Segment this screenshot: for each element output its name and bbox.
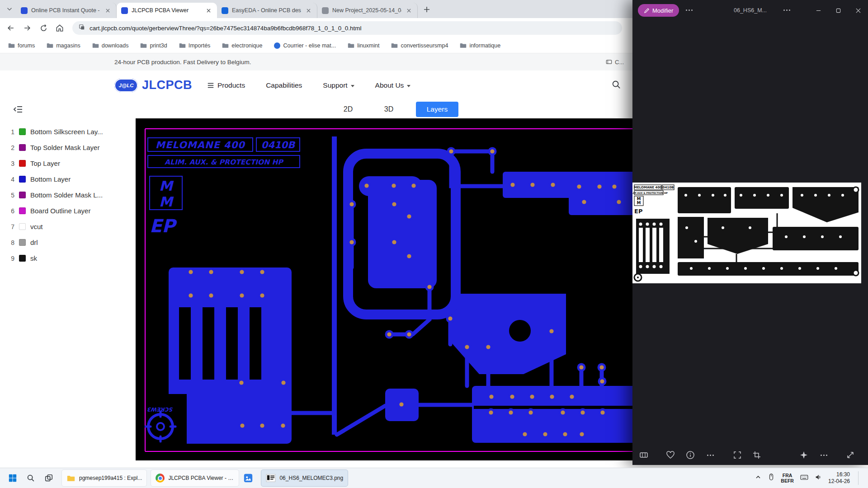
- language-indicator[interactable]: FRA BEFR: [781, 473, 794, 483]
- tab-favicon: [21, 7, 28, 14]
- svg-text:0410B: 0410B: [663, 186, 674, 189]
- filmstrip-icon[interactable]: [637, 448, 651, 462]
- layer-row-board-outline[interactable]: 6 Board Outline Layer: [0, 203, 136, 219]
- bookmark-magasins[interactable]: magasins: [47, 42, 80, 49]
- more-options-icon[interactable]: [703, 448, 717, 462]
- maximize-button[interactable]: [828, 0, 848, 21]
- banner-right-link[interactable]: C...: [606, 59, 624, 66]
- tray-chevron-up-icon[interactable]: [755, 474, 762, 483]
- taskbar-app-explorer[interactable]: pgmesep199a415 : Expl...: [61, 469, 147, 487]
- more-options-icon[interactable]: [783, 9, 790, 11]
- fullscreen-icon[interactable]: [844, 448, 857, 462]
- touch-keyboard-icon[interactable]: [800, 474, 808, 482]
- layer-row-top-solder-mask[interactable]: 2 Top Solder Mask Layer: [0, 140, 136, 155]
- zoom-fit-icon[interactable]: [731, 448, 744, 462]
- search-icon[interactable]: [611, 80, 621, 91]
- taskbar-search-icon[interactable]: [22, 469, 40, 487]
- bookmark-label: magasins: [56, 42, 80, 49]
- bookmark-informatique[interactable]: informatique: [460, 42, 500, 49]
- layer-number: 6: [7, 207, 14, 215]
- bookmark-forums[interactable]: forums: [8, 42, 35, 49]
- tab-layers-active[interactable]: Layers: [416, 102, 458, 117]
- minimize-button[interactable]: [808, 0, 828, 21]
- tab-search-chevron-icon[interactable]: [4, 3, 15, 15]
- taskbar-clock[interactable]: 16:30 12-04-26: [828, 471, 850, 485]
- url-bar[interactable]: cart.jlcpcb.com/quote/gerberviewThree/?q…: [72, 21, 622, 35]
- tab-2d[interactable]: 2D: [335, 105, 362, 113]
- svg-text:EP: EP: [150, 216, 177, 236]
- chrome-icon: [156, 474, 165, 483]
- reload-button[interactable]: [36, 21, 51, 35]
- chevron-down-icon: [351, 85, 354, 87]
- new-tab-button[interactable]: [420, 3, 433, 16]
- pencil-icon: [644, 8, 650, 14]
- collapse-sidebar-icon[interactable]: [13, 104, 24, 117]
- bookmark-label: forums: [18, 42, 35, 49]
- tab-3d[interactable]: 3D: [375, 105, 402, 113]
- layer-row-bottom-silkscreen[interactable]: 1 Bottom Silkscreen Lay...: [0, 124, 136, 140]
- tab-close-icon[interactable]: [305, 7, 312, 14]
- tab-title: EasyEDA - Online PCB design &: [232, 7, 301, 14]
- show-desktop-strip[interactable]: [858, 471, 860, 485]
- bookmark-label: electronique: [231, 42, 262, 49]
- language-code: FRA: [781, 473, 794, 478]
- layer-row-drl[interactable]: 8 drl: [0, 235, 136, 250]
- jlcpcb-logo[interactable]: J@LC JLCPCB: [114, 78, 192, 92]
- task-view-icon[interactable]: [40, 469, 58, 487]
- bookmark-importes[interactable]: Importés: [179, 42, 211, 49]
- layer-row-sk[interactable]: 9 sk: [0, 250, 136, 266]
- nav-capabilities[interactable]: Capabilities: [266, 81, 302, 89]
- browser-tab-pcba-viewer[interactable]: JLCPCB PCBA Viewer: [117, 3, 217, 18]
- tab-title: Online PCB Instant Quote - JLC: [31, 7, 100, 14]
- tray-mouse-icon[interactable]: [768, 473, 774, 483]
- more-options-icon[interactable]: [817, 448, 830, 462]
- photo-image[interactable]: MELOMANE 400 0410B ALIM AUX & PROTECTION…: [632, 183, 861, 283]
- back-button[interactable]: [4, 21, 18, 35]
- pinned-app-icon-blue[interactable]: [239, 469, 257, 487]
- nav-about-us[interactable]: About Us: [375, 81, 411, 89]
- layer-row-vcut[interactable]: 7 vcut: [0, 219, 136, 235]
- thumb-left-block: [634, 219, 670, 281]
- browser-tab-quote[interactable]: Online PCB Instant Quote - JLC: [16, 3, 117, 18]
- bookmark-courrier[interactable]: Courrier - elise mat...: [274, 42, 336, 49]
- home-button[interactable]: [52, 21, 67, 35]
- edit-button[interactable]: Modifier: [638, 4, 679, 17]
- bookmark-label: print3d: [150, 42, 167, 49]
- folder-icon: [66, 474, 75, 482]
- browser-tab-new-project[interactable]: New Project_2025-05-14_04-04: [317, 3, 418, 18]
- bookmark-convertisseurs[interactable]: convertisseursmp4: [391, 42, 448, 49]
- bookmark-print3d[interactable]: print3d: [140, 42, 167, 49]
- taskbar-app-label: pgmesep199a415 : Expl...: [79, 475, 142, 481]
- tab-close-icon[interactable]: [104, 7, 112, 14]
- start-button[interactable]: [4, 469, 22, 487]
- bookmark-downloads[interactable]: downloads: [92, 42, 129, 49]
- favorite-icon[interactable]: [664, 448, 677, 462]
- forward-button[interactable]: [20, 21, 34, 35]
- nav-products[interactable]: Products: [207, 81, 245, 89]
- site-info-icon[interactable]: [79, 24, 85, 32]
- nav-support[interactable]: Support: [323, 81, 354, 89]
- crop-icon[interactable]: [750, 448, 764, 462]
- info-icon[interactable]: [684, 448, 697, 462]
- bookmark-linuxmint[interactable]: linuxmint: [348, 42, 379, 49]
- layer-row-bottom-layer[interactable]: 4 Bottom Layer: [0, 171, 136, 187]
- taskbar-app-label: 06_HS6_MELOMEC3.png: [279, 475, 343, 481]
- layer-name: Board Outline Layer: [30, 207, 90, 215]
- taskbar-app-chrome[interactable]: JLCPCB PCBA Viewer - G...: [151, 469, 239, 487]
- layer-name: sk: [30, 254, 37, 262]
- browser-tab-easyeda[interactable]: EasyEDA - Online PCB design &: [217, 3, 317, 18]
- photos-titlebar[interactable]: Modifier 06_HS6_M...: [632, 0, 868, 21]
- volume-icon[interactable]: [815, 474, 822, 483]
- taskbar-app-image-viewer[interactable]: 06_HS6_MELOMEC3.png: [261, 469, 348, 487]
- layer-row-top-layer[interactable]: 3 Top Layer: [0, 155, 136, 171]
- layer-row-bottom-solder-mask[interactable]: 5 Bottom Solder Mask L...: [0, 187, 136, 203]
- more-options-icon[interactable]: [686, 9, 693, 11]
- layer-color-swatch: [19, 239, 26, 246]
- layers-panel: 1 Bottom Silkscreen Lay... 2 Top Solder …: [0, 118, 136, 468]
- close-button[interactable]: [848, 0, 868, 21]
- bookmark-electronique[interactable]: electronique: [222, 42, 262, 49]
- tab-close-icon[interactable]: [205, 7, 212, 14]
- enhance-icon[interactable]: [797, 448, 811, 462]
- tab-close-icon[interactable]: [405, 7, 413, 14]
- svg-text:M: M: [159, 194, 174, 210]
